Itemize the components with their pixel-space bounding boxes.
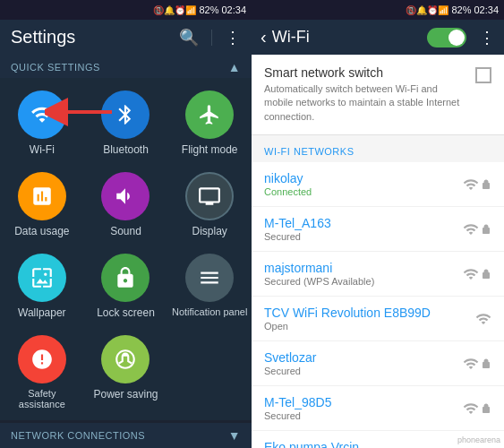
lockscreen-label: Lock screen [97, 306, 155, 319]
wifi-signal-nikolay [463, 177, 491, 193]
quick-item-bluetooth[interactable]: Bluetooth [84, 82, 168, 163]
wifi-name-mtel-98d5: M-Tel_98D5 [264, 395, 331, 409]
expand-icon[interactable]: ▼ [228, 428, 241, 443]
quick-settings-header: QUICK SETTINGS ▲ [0, 55, 252, 78]
wifi-name-eko: Eko pumpa Vrcin [264, 440, 359, 448]
wifi-label: Wi-Fi [30, 143, 55, 156]
flight-label: Flight mode [182, 143, 238, 156]
wifi-status-nikolay: Connected [264, 186, 312, 197]
search-icon[interactable]: 🔍 [179, 28, 199, 47]
quick-item-notification[interactable]: Notification panel [167, 245, 252, 326]
wifi-networks-header: WI-FI NETWORKS [252, 135, 504, 162]
wifi-title: Wi-Fi [272, 28, 310, 47]
smart-network-section: Smart network switch Automatically switc… [252, 55, 504, 135]
right-notification-icons: 📵🔔⏰📶 [406, 5, 448, 15]
wifi-status-mtel-98d5: Secured [264, 410, 331, 421]
quick-item-flight[interactable]: Flight mode [167, 82, 252, 163]
wifi-item-tcv[interactable]: TCV WiFi Revolution E8B99D Open [252, 297, 504, 341]
wifi-signal-majstormani [463, 266, 491, 282]
power-label: Power saving [93, 388, 158, 401]
bluetooth-label: Bluetooth [103, 143, 149, 156]
wallpaper-icon-circle [18, 254, 66, 302]
wifi-item-nikolay[interactable]: nikolay Connected [252, 162, 504, 207]
wifi-item-svetlozar[interactable]: Svetlozar Secured [252, 341, 504, 386]
wifi-name-tcv: TCV WiFi Revolution E8B99D [264, 306, 431, 320]
wifi-name-svetlozar: Svetlozar [264, 350, 316, 365]
wifi-icon-circle [18, 90, 66, 139]
quick-item-wifi[interactable]: Wi-Fi [0, 82, 84, 163]
data-icon-circle [18, 172, 66, 220]
quick-item-wallpaper[interactable]: Wallpaper [0, 245, 84, 326]
watermark: phonearena [457, 435, 500, 444]
wifi-toggle[interactable] [427, 28, 466, 47]
network-connections-label: NETWORK CONNECTIONS [11, 430, 145, 441]
quick-settings-label: QUICK SETTINGS [11, 62, 100, 73]
wallpaper-label: Wallpaper [18, 306, 66, 319]
wifi-signal-mtel-98d5 [463, 401, 491, 417]
wifi-item-mtel-a163[interactable]: M-Tel_A163 Secured [252, 207, 504, 252]
lock-icon-circle [101, 254, 149, 302]
sound-icon-circle [101, 172, 149, 220]
smart-network-checkbox[interactable] [475, 67, 491, 83]
quick-item-display[interactable]: Display [167, 163, 252, 245]
settings-title: Settings [11, 27, 75, 47]
wifi-name-nikolay: nikolay [264, 171, 312, 185]
quick-settings-grid: Wi-Fi Bluetooth Flight mode [0, 78, 252, 420]
wifi-signal-tcv [475, 311, 491, 327]
right-time: 02:34 [474, 4, 499, 15]
left-status-bar: 📵🔔⏰📶 82% 02:34 [0, 0, 252, 20]
toggle-knob [448, 30, 465, 46]
wifi-signal-mtel-a163 [463, 221, 491, 237]
wifi-networks-label: WI-FI NETWORKS [264, 146, 355, 157]
bluetooth-icon-circle [101, 90, 149, 139]
wifi-status-majstormani: Secured (WPS Available) [264, 276, 374, 287]
sound-label: Sound [110, 225, 141, 237]
settings-panel: 📵🔔⏰📶 82% 02:34 Settings 🔍 ⋮ QUICK SETTIN… [0, 0, 252, 448]
data-label: Data usage [14, 225, 69, 237]
quick-item-data[interactable]: Data usage [0, 163, 84, 245]
right-status-bar: 📵🔔⏰📶 82% 02:34 [252, 0, 504, 20]
notification-icon-circle [185, 254, 234, 302]
smart-network-desc: Automatically switch between Wi-Fi and m… [264, 82, 466, 124]
display-label: Display [192, 225, 226, 237]
wifi-status-tcv: Open [264, 321, 431, 332]
left-time: 02:34 [221, 4, 246, 15]
power-icon-circle [101, 335, 149, 383]
wifi-list: nikolay Connected M-Tel_A163 Secured [252, 162, 504, 448]
wifi-signal-svetlozar [463, 356, 491, 372]
wifi-item-mtel-98d5[interactable]: M-Tel_98D5 Secured [252, 386, 504, 431]
wifi-more-icon[interactable]: ⋮ [479, 28, 495, 47]
display-icon-circle [185, 172, 234, 220]
more-icon[interactable]: ⋮ [225, 28, 241, 47]
safety-label: Safety assistance [4, 388, 81, 409]
network-connections-section: NETWORK CONNECTIONS ▼ [0, 423, 252, 448]
flight-icon-circle [185, 90, 234, 139]
quick-item-lockscreen[interactable]: Lock screen [84, 245, 168, 326]
wifi-panel: 📵🔔⏰📶 82% 02:34 ‹ Wi-Fi ⋮ Smart network s… [252, 0, 504, 448]
wifi-header: ‹ Wi-Fi ⋮ [252, 20, 504, 55]
wifi-status-mtel-a163: Secured [264, 231, 331, 242]
back-button[interactable]: ‹ [261, 27, 267, 47]
wifi-item-majstormani[interactable]: majstormani Secured (WPS Available) [252, 252, 504, 297]
right-battery: 82% [451, 4, 471, 15]
settings-header: Settings 🔍 ⋮ [0, 20, 252, 55]
left-battery: 82% [199, 4, 218, 15]
notification-icons: 📵🔔⏰📶 [153, 5, 196, 15]
quick-item-sound[interactable]: Sound [84, 163, 168, 245]
collapse-icon[interactable]: ▲ [228, 60, 241, 74]
wifi-name-majstormani: majstormani [264, 261, 374, 275]
quick-item-power[interactable]: Power saving [84, 326, 168, 417]
quick-item-safety[interactable]: Safety assistance [0, 326, 84, 417]
wifi-name-mtel-a163: M-Tel_A163 [264, 216, 331, 230]
smart-network-title: Smart network switch [264, 65, 466, 80]
notification-label: Notification panel [172, 306, 247, 317]
safety-icon-circle [18, 335, 66, 383]
wifi-status-svetlozar: Secured [264, 366, 316, 376]
